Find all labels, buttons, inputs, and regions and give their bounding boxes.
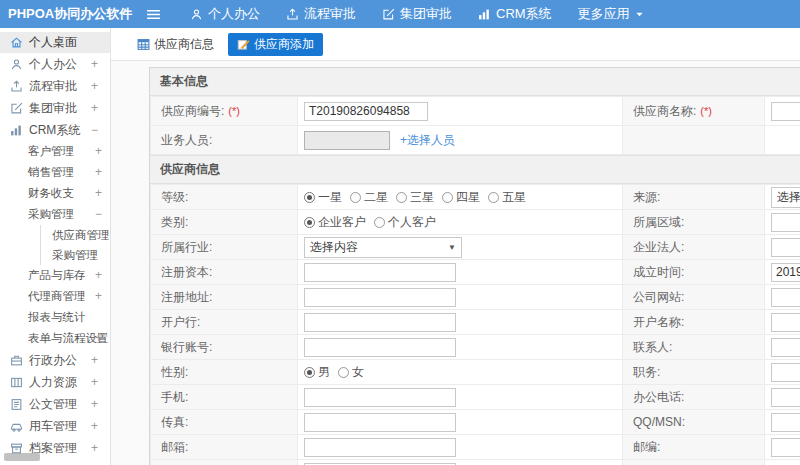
field-label: 邮箱: [151,435,298,460]
field-label-text: 开户名称: [633,315,684,329]
form-section-0: 基本信息供应商编号:(*)供应商名称:(*)业务人员:+选择人员 [150,68,800,155]
account-name-input[interactable] [771,313,800,332]
field-label-text: 办公电话: [633,390,684,404]
sidebar-item-label: 供应商管理 [52,225,110,245]
expand-icon[interactable]: + [95,162,102,183]
registered-capital-input[interactable] [304,263,456,282]
sidebar-item-document-management[interactable]: 公文管理+ [0,394,110,415]
form-row: 银行账号:联系人: [151,335,800,360]
supplier-code-input[interactable] [304,102,428,121]
sidebar-item-personal-office[interactable]: 个人办公+ [0,54,110,75]
sidebar-item-procurement-management[interactable]: 采购管理− [0,204,110,225]
sidebar-item-supplier-management[interactable]: 供应商管理 [40,225,110,245]
level-radio-3[interactable]: 四星 [442,189,480,206]
sidebar-item-product-inventory[interactable]: 产品与库存+ [0,265,110,286]
legal-person-input[interactable] [771,238,800,257]
field-label-text: 来源: [633,190,660,204]
field-label [623,126,765,155]
sidebar-item-crm-system[interactable]: CRM系统− [0,120,110,141]
field-label: 成立时间: [623,260,765,285]
category-radio-1[interactable]: 个人客户 [374,214,436,231]
sidebar-item-finance-income-expense[interactable]: 财务收支+ [0,183,110,204]
contact-person-input[interactable] [771,338,800,357]
job-title-input[interactable] [771,363,800,382]
topnav-item-personal-office[interactable]: 个人办公 [190,5,260,23]
user-icon [190,8,203,21]
expand-icon[interactable]: + [91,350,98,371]
sidebar-item-human-resources[interactable]: 人力资源+ [0,372,110,393]
expand-icon[interactable]: + [91,372,98,393]
registered-address-input[interactable] [304,288,456,307]
sales-person-input[interactable] [304,131,390,150]
expand-icon[interactable]: + [95,265,102,286]
expand-icon[interactable]: + [91,438,98,459]
sidebar-item-sales-management[interactable]: 销售管理+ [0,162,110,183]
section-title: 基本信息 [150,68,800,96]
collapse-icon[interactable]: − [95,204,102,225]
fax-input[interactable] [304,413,456,432]
app-window: PHPOA协同办公软件 个人办公流程审批集团审批CRM系统更多应用 个人桌面个人… [0,0,800,465]
field-label: 办公电话: [623,385,765,410]
tab-supplier-info[interactable]: 供应商信息 [132,33,219,56]
category-radio-0[interactable]: 企业客户 [304,214,366,231]
topnav-item-workflow-approval[interactable]: 流程审批 [286,5,356,23]
radio-icon [396,192,407,203]
bank-account-input[interactable] [304,338,456,357]
collapse-icon[interactable]: − [91,120,98,141]
topnav-item-crm-system[interactable]: CRM系统 [478,5,552,23]
zip-code-input[interactable] [771,438,800,457]
mobile-input[interactable] [304,388,456,407]
field-label-text: 类别: [161,215,188,229]
topnav-item-group-approval[interactable]: 集团审批 [382,5,452,23]
sidebar-item-workflow-approval[interactable]: 流程审批+ [0,76,110,97]
tab-supplier-add[interactable]: 供应商添加 [228,33,323,56]
choose-person-link[interactable]: +选择人员 [400,133,455,147]
office-phone-input[interactable] [771,388,800,407]
expand-icon[interactable]: + [95,141,102,162]
sidebar-item-vehicle-management[interactable]: 用车管理+ [0,416,110,437]
level-radio-2[interactable]: 三星 [396,189,434,206]
menu-icon[interactable] [146,8,161,21]
field-label: 供应商编号:(*) [151,97,298,126]
sidebar-item-personal-desktop[interactable]: 个人桌面 [0,32,110,53]
qq-msn-input[interactable] [771,413,800,432]
founded-date-input[interactable] [771,263,800,282]
sidebar-item-admin-office[interactable]: 行政办公+ [0,350,110,371]
level-radio-0[interactable]: 一星 [304,189,342,206]
region-input[interactable] [771,213,800,232]
company-website-input[interactable] [771,288,800,307]
level-radio-1[interactable]: 二星 [350,189,388,206]
bank-branch-input[interactable] [304,313,456,332]
expand-icon[interactable]: + [91,394,98,415]
gender-radio-1[interactable]: 女 [338,364,364,381]
level-radio-4[interactable]: 五星 [488,189,526,206]
field-value [765,285,800,310]
sidebar-item-form-workflow-settings[interactable]: 表单与流程设置+ [0,328,110,349]
field-label-text: 业务人员: [161,133,212,147]
expand-icon[interactable]: + [91,416,98,437]
form-row: 开户行:开户名称: [151,310,800,335]
sidebar-item-agent-management[interactable]: 代理商管理+ [0,286,110,307]
field-label: 供应商名称:(*) [623,97,765,126]
topnav-item-more-apps[interactable]: 更多应用 [578,5,644,23]
sidebar-item-customer-management[interactable]: 客户管理+ [0,141,110,162]
expand-icon[interactable]: + [91,98,98,119]
sidebar-item-purchase-management[interactable]: 采购管理 [40,245,110,265]
field-value: 企业客户个人客户 [298,210,623,235]
industry-select[interactable]: 选择内容▼ [304,237,462,258]
form-table: 供应商编号:(*)供应商名称:(*)业务人员:+选择人员 [150,96,800,155]
user-icon [10,58,23,71]
supplier-name-input[interactable] [771,102,800,121]
radio-label: 五星 [502,189,526,206]
sidebar-item-group-approval[interactable]: 集团审批+ [0,98,110,119]
expand-icon[interactable]: + [95,328,102,349]
gender-radio-0[interactable]: 男 [304,364,330,381]
email-input[interactable] [304,438,456,457]
expand-icon[interactable]: + [95,183,102,204]
expand-icon[interactable]: + [91,76,98,97]
source-select[interactable]: 选择内容▼ [771,187,800,208]
field-label-text: 企业法人: [633,240,684,254]
sidebar-item-reports-statistics[interactable]: 报表与统计 [0,307,110,328]
expand-icon[interactable]: + [95,286,102,307]
expand-icon[interactable]: + [91,54,98,75]
